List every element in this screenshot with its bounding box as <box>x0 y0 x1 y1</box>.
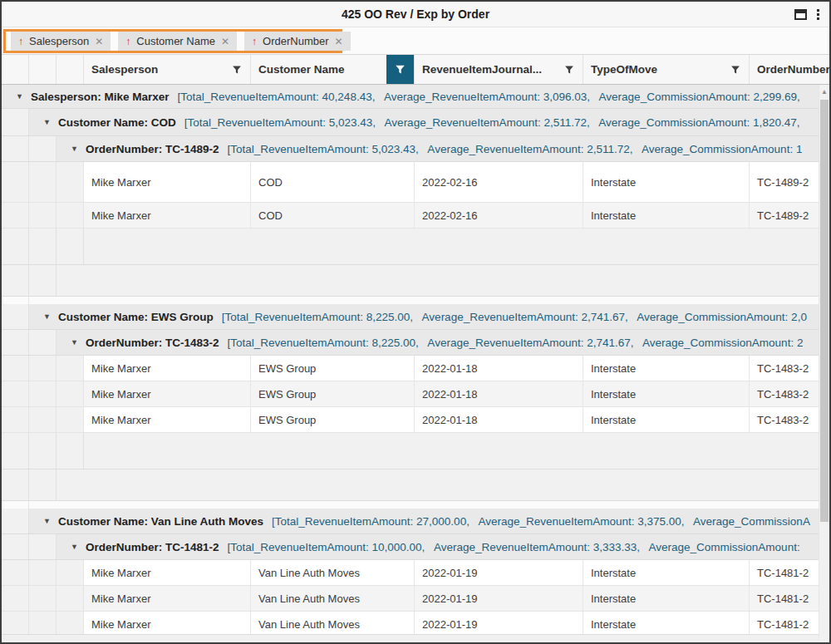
filter-funnel-active-icon[interactable] <box>386 55 414 84</box>
cell-salesperson[interactable]: Mike Marxer <box>84 560 251 585</box>
cell-typeofmove[interactable]: Interstate <box>583 612 750 637</box>
cell-journal-date[interactable]: 2022-01-19 <box>415 560 583 585</box>
filter-funnel-icon[interactable] <box>564 65 574 75</box>
cell-customer-name[interactable]: EWS Group <box>251 407 415 432</box>
group-summary: [Total_RevenueItemAmount: 40,248.43, Ave… <box>178 91 800 103</box>
close-icon[interactable]: ✕ <box>221 37 229 47</box>
cell-customer-name[interactable]: COD <box>251 162 415 202</box>
cell-salesperson[interactable]: Mike Marxer <box>84 162 251 202</box>
cell-ordernumber[interactable]: TC-1483-2 <box>750 381 829 406</box>
vertical-scrollbar[interactable]: ▲ <box>819 85 829 641</box>
table-row[interactable]: Mike Marxer COD 2022-02-16 Interstate TC… <box>2 203 829 229</box>
group-row-order[interactable]: ▼ OrderNumber: TC-1489-2 [Total_RevenueI… <box>2 136 829 162</box>
table-row[interactable]: Mike Marxer Van Line Auth Moves 2022-01-… <box>2 586 829 612</box>
cell-journal-date[interactable]: 2022-02-16 <box>415 162 583 202</box>
group-label: OrderNumber: TC-1481-2 <box>86 541 219 553</box>
table-row[interactable]: Mike Marxer EWS Group 2022-01-18 Interst… <box>2 356 829 381</box>
group-spacer <box>2 297 829 304</box>
column-header-ordernumber[interactable]: OrderNumber <box>750 55 829 84</box>
close-icon[interactable]: ✕ <box>335 37 343 47</box>
cell-ordernumber[interactable]: TC-1481-2 <box>750 560 829 585</box>
cell-ordernumber[interactable]: TC-1481-2 <box>750 612 829 637</box>
table-row[interactable]: Mike Marxer Van Line Auth Moves 2022-01-… <box>2 560 829 586</box>
cell-salesperson[interactable]: Mike Marxer <box>84 203 251 228</box>
triangle-down-icon[interactable]: ▼ <box>43 312 51 321</box>
horizontal-scrollbar[interactable] <box>2 634 819 641</box>
group-row-order[interactable]: ▼ OrderNumber: TC-1483-2 [Total_RevenueI… <box>2 330 829 356</box>
cell-typeofmove[interactable]: Interstate <box>583 162 750 202</box>
triangle-down-icon[interactable]: ▼ <box>71 145 78 153</box>
cell-ordernumber[interactable]: TC-1489-2 <box>750 203 829 228</box>
cell-journal-date[interactable]: 2022-02-16 <box>415 203 583 228</box>
cell-journal-date[interactable]: 2022-01-18 <box>415 356 583 381</box>
cell-customer-name[interactable]: COD <box>251 203 415 228</box>
cell-salesperson[interactable]: Mike Marxer <box>84 381 251 406</box>
cell-ordernumber[interactable]: TC-1483-2 <box>750 407 829 432</box>
cell-typeofmove[interactable]: Interstate <box>583 203 750 228</box>
group-summary: [Total_RevenueItemAmount: 5,023.43, Aver… <box>184 116 800 129</box>
scroll-up-arrow-icon[interactable]: ▲ <box>819 85 829 98</box>
triangle-down-icon[interactable]: ▼ <box>71 543 78 551</box>
triangle-down-icon[interactable]: ▼ <box>43 118 51 126</box>
cell-salesperson[interactable]: Mike Marxer <box>84 586 251 611</box>
sort-ascending-arrow-icon: ↑ <box>18 37 23 47</box>
cell-typeofmove[interactable]: Interstate <box>583 356 750 381</box>
group-chip-ordernumber[interactable]: ↑ OrderNumber ✕ <box>244 32 351 51</box>
group-row-salesperson[interactable]: ▼ Salesperson: Mike Marxer [Total_Revenu… <box>2 85 829 109</box>
cell-ordernumber[interactable]: TC-1483-2 <box>750 356 829 381</box>
annotation-highlight: ↑ Salesperson ✕ ↑ Customer Name ✕ ↑ Orde… <box>3 29 342 53</box>
group-label: Customer Name: COD <box>58 116 176 129</box>
cell-customer-name[interactable]: EWS Group <box>251 381 415 406</box>
group-summary: [Total_RevenueItemAmount: 10,000.00, Ave… <box>227 541 799 553</box>
group-summary: [Total_RevenueItemAmount: 8,225.00, Aver… <box>227 337 803 349</box>
vertical-scrollbar-thumb[interactable] <box>820 100 829 522</box>
group-chip-customer-name[interactable]: ↑ Customer Name ✕ <box>118 32 237 51</box>
group-row-order[interactable]: ▼ OrderNumber: TC-1481-2 [Total_RevenueI… <box>2 534 829 560</box>
column-header-salesperson[interactable]: Salesperson <box>84 55 251 84</box>
table-row[interactable]: Mike Marxer EWS Group 2022-01-18 Interst… <box>2 407 829 433</box>
cell-customer-name[interactable]: Van Line Auth Moves <box>251 586 415 611</box>
filter-funnel-icon[interactable] <box>232 65 242 75</box>
sort-ascending-arrow-icon: ↑ <box>125 37 130 47</box>
triangle-down-icon[interactable]: ▼ <box>16 92 23 101</box>
cell-customer-name[interactable]: Van Line Auth Moves <box>251 560 415 585</box>
window-icon[interactable] <box>794 9 807 20</box>
table-row[interactable]: Mike Marxer COD 2022-02-16 Interstate TC… <box>2 162 829 203</box>
cell-journal-date[interactable]: 2022-01-19 <box>415 612 583 637</box>
header-indent-cell <box>57 55 84 84</box>
group-chip-salesperson[interactable]: ↑ Salesperson ✕ <box>11 32 111 51</box>
group-row-customer[interactable]: ▼ Customer Name: COD [Total_RevenueItemA… <box>2 109 829 136</box>
cell-customer-name[interactable]: Van Line Auth Moves <box>251 612 415 637</box>
group-footer <box>2 433 829 469</box>
column-header-customer-name[interactable]: Customer Name <box>251 55 415 84</box>
filter-funnel-icon[interactable] <box>730 65 740 75</box>
cell-customer-name[interactable]: EWS Group <box>251 356 415 381</box>
group-row-customer[interactable]: ▼ Customer Name: EWS Group [Total_Revenu… <box>2 304 829 330</box>
cell-salesperson[interactable]: Mike Marxer <box>84 612 251 637</box>
cell-typeofmove[interactable]: Interstate <box>583 381 750 406</box>
report-window: 425 OO Rev / Exp by Order ↑ Salesperson … <box>0 0 831 644</box>
group-row-customer[interactable]: ▼ Customer Name: Van Line Auth Moves [To… <box>2 509 829 534</box>
kebab-menu-icon[interactable] <box>815 7 821 22</box>
cell-typeofmove[interactable]: Interstate <box>583 560 750 585</box>
cell-journal-date[interactable]: 2022-01-19 <box>415 586 583 611</box>
cell-typeofmove[interactable]: Interstate <box>583 586 750 611</box>
table-row[interactable]: Mike Marxer EWS Group 2022-01-18 Interst… <box>2 381 829 407</box>
cell-journal-date[interactable]: 2022-01-18 <box>415 381 583 406</box>
triangle-down-icon[interactable]: ▼ <box>71 338 78 347</box>
group-by-panel[interactable]: ↑ Salesperson ✕ ↑ Customer Name ✕ ↑ Orde… <box>2 27 829 55</box>
cell-ordernumber[interactable]: TC-1489-2 <box>750 162 829 202</box>
header-indent-cell <box>29 55 57 84</box>
cell-salesperson[interactable]: Mike Marxer <box>84 407 251 432</box>
group-spacer <box>2 501 829 509</box>
cell-typeofmove[interactable]: Interstate <box>583 407 750 432</box>
cell-ordernumber[interactable]: TC-1481-2 <box>750 586 829 611</box>
cell-salesperson[interactable]: Mike Marxer <box>84 356 251 381</box>
close-icon[interactable]: ✕ <box>95 37 103 47</box>
group-summary: [Total_RevenueItemAmount: 27,000.00, Ave… <box>272 515 810 528</box>
cell-journal-date[interactable]: 2022-01-18 <box>415 407 583 432</box>
column-header-typeofmove[interactable]: TypeOfMove <box>583 55 750 84</box>
sort-ascending-arrow-icon: ↑ <box>252 37 257 47</box>
triangle-down-icon[interactable]: ▼ <box>43 517 51 525</box>
column-header-revenueitemjournal[interactable]: RevenueItemJournal... <box>415 55 583 84</box>
